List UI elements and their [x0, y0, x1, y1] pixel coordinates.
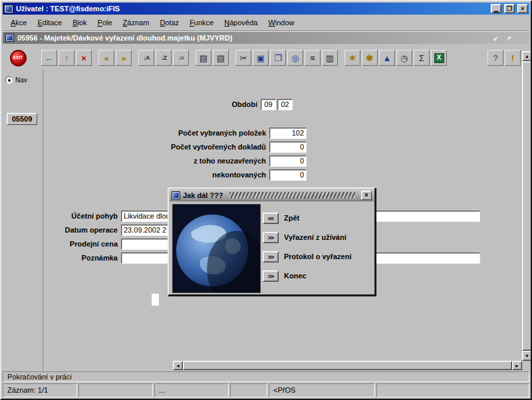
minimize-button[interactable]: ▁	[491, 4, 501, 13]
application-window: Uživatel : TEST@fisdemo:iFIS ▁ ❐ × AkceE…	[0, 0, 532, 400]
back-button[interactable]: <<	[263, 213, 279, 224]
inner-window-title: 05956 - Majetek/Dávkové vyřazení dlouhod…	[17, 34, 488, 42]
sort-desc-icon: ↓Z	[161, 55, 166, 61]
vertical-scroll-thumb[interactable]	[522, 61, 532, 351]
menu-item-blok[interactable]: Blok	[67, 17, 92, 29]
inner-window-titlebar[interactable]: 05956 - Majetek/Dávkové vyřazení dlouhod…	[3, 32, 529, 44]
horizontal-scrollbar: ◄ ►	[173, 361, 522, 370]
restore-button[interactable]: ❐	[504, 4, 515, 13]
copy-button[interactable]: ❐	[270, 50, 286, 66]
dialog-title: Jak dál ???	[183, 191, 223, 199]
end-button-label: Konec	[284, 270, 307, 282]
magnifier-icon: ◎	[291, 54, 299, 62]
cut-button[interactable]: ✂	[235, 50, 251, 66]
close-button[interactable]: ×	[517, 4, 528, 13]
menu-item-zaznam[interactable]: Záznam	[118, 17, 155, 29]
menu-item-funkce[interactable]: Funkce	[184, 17, 219, 29]
status-message-bar: Pokračování v práci	[3, 371, 529, 382]
menu-item-editace[interactable]: Editace	[32, 17, 67, 29]
status-cell-5	[376, 383, 529, 397]
delete-record-button[interactable]: ×	[76, 50, 92, 66]
help-button[interactable]: ?	[487, 50, 503, 66]
application-icon	[4, 5, 13, 13]
scroll-right-arrow[interactable]: ►	[512, 361, 522, 370]
period-year-field[interactable]: 02	[277, 99, 293, 110]
excel-export-button[interactable]: X	[431, 50, 447, 66]
z-toho-neuzavrenych-label: z toho neuzavřených	[43, 155, 266, 167]
toolbar-gap	[133, 58, 138, 58]
menu-item-pole[interactable]: Pole	[92, 17, 118, 29]
search-button[interactable]: ◎	[287, 50, 303, 66]
up-arrow-folder-icon: ↑	[65, 54, 69, 62]
menu-item-akce[interactable]: Akce	[5, 17, 32, 29]
paste-button[interactable]: ▣	[253, 50, 269, 66]
return-arrow-icon: ←	[45, 54, 54, 62]
nav-label: Nav	[15, 76, 27, 84]
settings-button[interactable]: ✱	[362, 50, 378, 66]
block-tab-05509[interactable]: 05509	[7, 113, 37, 125]
insert-record-button[interactable]: ↑	[59, 50, 74, 66]
status-cell-2: ...	[154, 383, 229, 397]
clock-button[interactable]: ◷	[396, 50, 412, 66]
ucetni-pohyb-label: Účetní pohyb	[43, 211, 118, 222]
menu-item-window[interactable]: Window	[263, 17, 299, 29]
window-title: Uživatel : TEST@fisdemo:iFIS	[16, 5, 488, 13]
menu-item-napoveda[interactable]: Nápověda	[219, 17, 263, 29]
nekontovanych-field[interactable]: 0	[269, 169, 307, 181]
toolbar-gap	[190, 58, 196, 58]
dialog-title-pattern	[229, 192, 355, 199]
red-cross-icon: ×	[81, 54, 86, 62]
exit-button[interactable]: EXIT	[8, 49, 28, 67]
inner-maximize-button[interactable]: ↗	[504, 34, 513, 43]
sort-settings-button[interactable]: ↓≡	[173, 50, 189, 66]
excel-icon: X	[434, 53, 444, 63]
columns-button[interactable]: ▥	[322, 50, 338, 66]
menu-item-dotaz[interactable]: Dotaz	[154, 17, 184, 29]
status-cell-1	[78, 383, 153, 397]
notify-button[interactable]: !	[505, 50, 521, 66]
scroll-up-arrow[interactable]: ▲	[522, 51, 532, 61]
z-toho-neuzavrenych-field[interactable]: 0	[269, 155, 307, 167]
next-block-button[interactable]: »	[116, 50, 132, 66]
dialog-close-button[interactable]: ×	[361, 191, 372, 200]
sort-desc-button[interactable]: ↓Z	[156, 50, 172, 66]
scissors-icon: ✂	[240, 54, 247, 62]
dialog-jak-dal: Jak dál ??? × <<Zpět>>Vyřazení z užívání…	[168, 187, 376, 296]
pocet-vytvorenych-dokladu-field[interactable]: 0	[269, 142, 307, 153]
dialog-titlebar[interactable]: Jak dál ??? ×	[170, 189, 374, 201]
inner-minimize-button[interactable]: ↙	[491, 34, 501, 43]
print-button[interactable]: ▤	[196, 50, 211, 66]
prev-docs-icon: «	[104, 54, 108, 62]
sort-asc-button[interactable]: ↓A	[138, 50, 154, 66]
horizontal-scroll-thumb[interactable]	[183, 361, 512, 370]
row-list-button[interactable]: ≡	[305, 50, 321, 66]
end-button[interactable]: >>	[263, 270, 279, 282]
discard-from-use-button-label: Vyřazení z užívání	[284, 232, 346, 243]
nav-toggle[interactable]: Nav	[5, 76, 43, 84]
title-bar[interactable]: Uživatel : TEST@fisdemo:iFIS ▁ ❐ ×	[3, 3, 529, 15]
previous-block-button[interactable]: «	[98, 50, 114, 66]
help-key-icon: ?	[493, 54, 497, 62]
pocet-vybranych-polozek-field[interactable]: 102	[269, 128, 307, 139]
copy-pages-icon: ❐	[274, 54, 282, 62]
clipboard-icon: ▣	[257, 54, 265, 62]
vertical-scrollbar: ▲ ▼	[522, 51, 532, 361]
document-star-button[interactable]: ✶	[344, 50, 360, 66]
prism-button[interactable]: ▲	[379, 50, 395, 66]
dialog-icon	[172, 191, 180, 199]
disposal-protocol-button[interactable]: >>	[263, 251, 279, 262]
lamp-icon: !	[511, 54, 514, 62]
printer-list-icon: ▤	[217, 54, 225, 62]
status-cell-4: <PřOS	[269, 383, 375, 397]
period-month-field[interactable]: 09	[261, 99, 276, 110]
return-button[interactable]: ←	[41, 50, 57, 66]
sum-button[interactable]: Σ	[414, 50, 430, 66]
scroll-down-arrow[interactable]: ▼	[522, 351, 532, 361]
print-list-button[interactable]: ▤	[213, 50, 229, 66]
poznamka-label: Poznámka	[43, 252, 118, 264]
scroll-left-arrow[interactable]: ◄	[173, 361, 183, 370]
status-cell-0: Záznam: 1/1	[3, 383, 77, 397]
discard-from-use-button[interactable]: >>	[263, 232, 279, 243]
sigma-icon: Σ	[419, 54, 424, 62]
nav-radio-icon	[5, 76, 13, 84]
